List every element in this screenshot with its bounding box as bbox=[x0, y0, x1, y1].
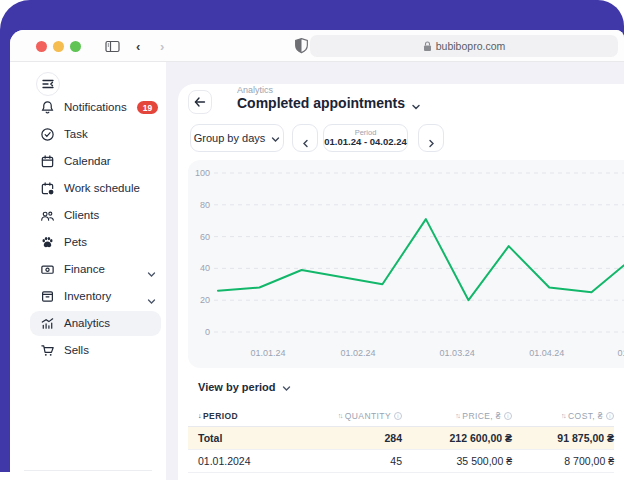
cell-price: 212 600,00 ₴ bbox=[402, 432, 512, 444]
svg-text:01.05.24: 01.05.24 bbox=[617, 348, 624, 358]
cell-quantity: 284 bbox=[292, 432, 402, 444]
chevron-down-icon bbox=[147, 265, 156, 274]
browser-toolbar: ‹ › bubibopro.com bbox=[10, 30, 624, 62]
traffic-lights[interactable] bbox=[36, 41, 81, 52]
arrow-left-icon bbox=[194, 96, 206, 108]
svg-text:0: 0 bbox=[205, 327, 210, 337]
group-by-label: Group by days bbox=[194, 132, 266, 144]
sidebar-item-label: Inventory bbox=[64, 290, 111, 302]
bell-icon bbox=[40, 100, 55, 115]
svg-text:01.01.24: 01.01.24 bbox=[250, 348, 285, 358]
sidebar-item-label: Sells bbox=[64, 344, 89, 356]
collapse-sidebar-button[interactable] bbox=[36, 72, 60, 96]
table-row[interactable]: 02.01.2024 60 48 000,00 ₴ 50 000,00 ₴ bbox=[188, 473, 614, 480]
column-label: COST, ₴ bbox=[568, 411, 603, 421]
sort-icon: ↑↓ bbox=[338, 412, 342, 419]
svg-text:20: 20 bbox=[200, 295, 210, 305]
cell-price: 35 500,00 ₴ bbox=[402, 455, 512, 467]
cell-quantity: 45 bbox=[292, 455, 402, 467]
collapse-sidebar-icon bbox=[42, 79, 54, 89]
group-by-dropdown[interactable]: Group by days bbox=[190, 124, 284, 152]
lock-icon bbox=[423, 41, 432, 52]
sort-icon: ↑↓ bbox=[455, 412, 459, 419]
breadcrumb: Analytics bbox=[237, 85, 273, 95]
browser-window: ‹ › bubibopro.com bbox=[10, 30, 624, 480]
svg-text:01.04.24: 01.04.24 bbox=[529, 348, 564, 358]
zoom-window-button[interactable] bbox=[70, 41, 81, 52]
address-bar[interactable]: bubibopro.com bbox=[310, 35, 618, 57]
clients-icon bbox=[40, 208, 55, 223]
chevron-right-icon bbox=[427, 134, 436, 143]
line-chart[interactable]: 02040608010001.01.2401.02.2401.03.2401.0… bbox=[188, 160, 624, 368]
table-row[interactable]: 01.01.2024 45 35 500,00 ₴ 8 700,00 ₴ bbox=[188, 450, 614, 473]
sort-desc-icon: ↓ bbox=[198, 412, 200, 419]
back-button[interactable] bbox=[188, 90, 212, 114]
sidebar-item-label: Notifications bbox=[64, 101, 127, 113]
close-window-button[interactable] bbox=[36, 41, 47, 52]
cell-cost: 91 875,00 ₴ bbox=[512, 432, 614, 444]
sidebar-item-task[interactable]: Task bbox=[10, 121, 166, 148]
sidebar-item-label: Task bbox=[64, 128, 88, 140]
sidebar-item-label: Pets bbox=[64, 236, 87, 248]
page-title[interactable]: Completed appointments bbox=[237, 95, 421, 111]
prev-period-button[interactable] bbox=[292, 124, 318, 152]
sidebar-toggle-icon[interactable] bbox=[104, 38, 121, 55]
page-title-text: Completed appointments bbox=[237, 95, 405, 111]
info-icon[interactable]: i bbox=[606, 412, 614, 420]
column-label: PRICE, ₴ bbox=[462, 411, 501, 421]
column-header-cost[interactable]: ↑↓ COST, ₴ i bbox=[512, 411, 614, 421]
sidebar: Notifications 19 Task bbox=[10, 62, 166, 480]
cell-period: 01.01.2024 bbox=[188, 455, 292, 467]
main-content: Analytics Completed appointments Group b… bbox=[178, 84, 624, 480]
cell-cost: 8 700,00 ₴ bbox=[512, 455, 614, 467]
table-body: Total 284 212 600,00 ₴ 91 875,00 ₴ 01.01… bbox=[188, 427, 614, 480]
inventory-icon bbox=[40, 289, 55, 304]
sidebar-item-inventory[interactable]: Inventory bbox=[10, 283, 166, 310]
table-row-total[interactable]: Total 284 212 600,00 ₴ 91 875,00 ₴ bbox=[188, 427, 614, 450]
sidebar-item-notifications[interactable]: Notifications 19 bbox=[10, 94, 166, 121]
column-header-period[interactable]: ↓ PERIOD bbox=[188, 411, 292, 421]
minimize-window-button[interactable] bbox=[53, 41, 64, 52]
paw-icon bbox=[40, 235, 55, 250]
column-label: PERIOD bbox=[203, 411, 238, 421]
analytics-table: ↓ PERIOD ↑↓ QUANTITY i ↑↓ PRICE, ₴ i bbox=[188, 405, 614, 480]
sidebar-item-calendar[interactable]: Calendar bbox=[10, 148, 166, 175]
column-header-quantity[interactable]: ↑↓ QUANTITY i bbox=[292, 411, 402, 421]
sidebar-item-label: Finance bbox=[64, 263, 105, 275]
period-selector[interactable]: Period 01.01.24 - 04.02.24 bbox=[323, 124, 408, 152]
sidebar-nav: Notifications 19 Task bbox=[10, 94, 166, 364]
cart-icon bbox=[40, 343, 55, 358]
svg-text:100: 100 bbox=[195, 168, 210, 178]
column-label: QUANTITY bbox=[345, 411, 391, 421]
app-area: Notifications 19 Task bbox=[10, 62, 624, 480]
sidebar-divider bbox=[24, 470, 152, 471]
task-check-icon bbox=[40, 127, 55, 142]
sidebar-item-finance[interactable]: Finance bbox=[10, 256, 166, 283]
view-by-dropdown[interactable]: View by period bbox=[198, 381, 291, 393]
analytics-icon bbox=[40, 316, 55, 331]
sidebar-item-sells[interactable]: Sells bbox=[10, 337, 166, 364]
sidebar-item-work-schedule[interactable]: Work schedule bbox=[10, 175, 166, 202]
info-icon[interactable]: i bbox=[394, 412, 402, 420]
chevron-left-icon bbox=[301, 134, 310, 143]
line-chart-svg: 02040608010001.01.2401.02.2401.03.2401.0… bbox=[188, 160, 624, 368]
sort-icon: ↑↓ bbox=[561, 412, 565, 419]
sidebar-item-clients[interactable]: Clients bbox=[10, 202, 166, 229]
browser-back-button[interactable]: ‹ bbox=[136, 39, 143, 54]
svg-text:01.03.24: 01.03.24 bbox=[440, 348, 475, 358]
sidebar-item-label: Calendar bbox=[64, 155, 111, 167]
browser-forward-button[interactable]: › bbox=[160, 39, 164, 54]
sidebar-item-analytics[interactable]: Analytics bbox=[10, 310, 166, 337]
url-text: bubibopro.com bbox=[436, 40, 505, 52]
screenshot-root: ‹ › bubibopro.com bbox=[0, 0, 624, 480]
next-period-button[interactable] bbox=[418, 124, 444, 152]
view-by-label: View by period bbox=[198, 381, 275, 393]
info-icon[interactable]: i bbox=[504, 412, 512, 420]
column-header-price[interactable]: ↑↓ PRICE, ₴ i bbox=[402, 411, 512, 421]
chevron-down-icon bbox=[147, 292, 156, 301]
sidebar-item-pets[interactable]: Pets bbox=[10, 229, 166, 256]
calendar-icon bbox=[40, 154, 55, 169]
work-schedule-icon bbox=[40, 181, 55, 196]
shield-icon[interactable] bbox=[293, 37, 310, 54]
chevron-down-icon bbox=[411, 99, 421, 109]
